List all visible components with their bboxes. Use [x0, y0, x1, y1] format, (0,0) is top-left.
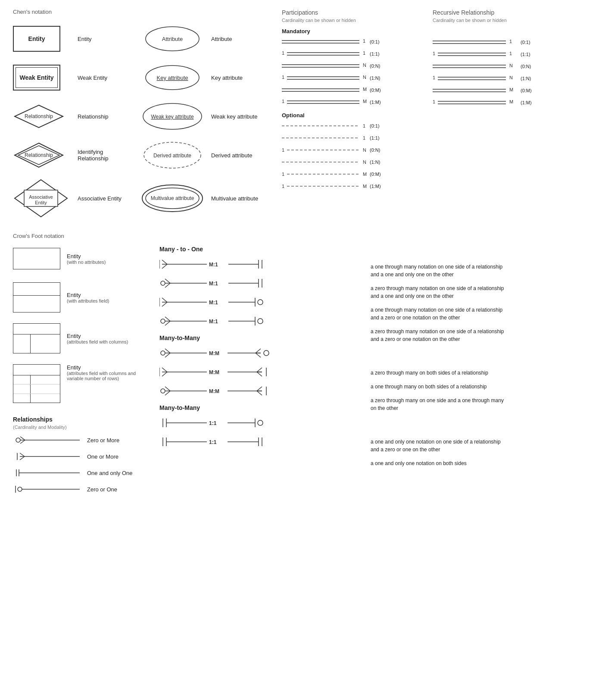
pr-01-mandatory-code: (0:1) — [370, 39, 380, 44]
svg-line-123 — [165, 321, 170, 325]
svg-point-77 — [16, 438, 20, 442]
rec-1M: 1 M (1:M) — [433, 97, 571, 108]
entity-rows-label: Entity (attributes field with columns an… — [67, 364, 136, 381]
svg-line-114 — [162, 302, 167, 306]
svg-text:1: 1 — [363, 50, 365, 56]
recursive-header: Recursive Relationship Cardinality can b… — [433, 9, 571, 24]
key-attribute-shape-item: Key attribute — [134, 60, 211, 95]
pr-1N-mandatory: 1 N (1:N) — [282, 72, 420, 84]
11-desc2: a one and only one notation on both side… — [371, 459, 592, 467]
relationship-diamond-svg: Relationship — [13, 103, 65, 129]
rec-11: 1 1 (1:1) — [433, 49, 571, 60]
mm-row3: M:M — [159, 384, 353, 397]
svg-line-94 — [162, 260, 167, 264]
svg-line-112 — [162, 298, 167, 302]
participations-section: Participations Cardinality can be shown … — [282, 9, 420, 224]
pr-1N-optional: N (1:N) — [282, 156, 420, 168]
svg-text:M: M — [509, 87, 513, 92]
svg-line-83 — [20, 453, 25, 456]
derived-attr-shape-item: Derived attribute — [134, 138, 211, 172]
pr-0N-optional-code: (0:N) — [370, 147, 380, 153]
zero-or-more-label: Zero or More — [87, 437, 119, 444]
rec-01-svg: 1 — [433, 38, 519, 47]
pr-11-optional-code: (1:1) — [370, 135, 380, 141]
many-to-one-header: Many - to - One — [159, 246, 353, 253]
attribute-shapes-col: Attribute Key attribute — [134, 22, 211, 224]
m1-desc1: a one through many notation on one side … — [371, 263, 592, 278]
rel-sym-header: Relationships — [13, 416, 142, 423]
rec-1M-svg: 1 M — [433, 98, 519, 107]
recursive-subtitle: Cardinality can be shown or hidden — [433, 17, 571, 24]
weak-entity-shape-item: Weak Entity — [13, 60, 78, 95]
derived-attr-svg: Derived attribute — [142, 141, 203, 170]
pr-0M-mandatory-code: (0:M) — [370, 88, 381, 93]
svg-text:Key attribute: Key attribute — [157, 75, 188, 81]
pr-11-mandatory: 1 1 (1:1) — [282, 48, 420, 59]
rec-0M-svg: M — [433, 86, 519, 95]
one-only-item: One and only One — [13, 468, 142, 478]
svg-text:1: 1 — [282, 75, 284, 80]
key-attribute-label: Key attribute — [211, 60, 271, 95]
entity-row-2 — [13, 384, 60, 394]
svg-text:1: 1 — [363, 123, 365, 128]
identifying-rel-svg: Relationship — [13, 141, 65, 169]
svg-text:M:M: M:M — [209, 350, 219, 356]
one-only-label: One and only One — [87, 470, 133, 476]
one-or-more-label: One or More — [87, 453, 119, 460]
attribute-shape-item: Attribute — [134, 22, 211, 56]
pr-1M-optional-svg: 1 M — [282, 181, 368, 191]
main-container: Chen's notation Entity Weak Entity — [0, 0, 605, 509]
11-row1: 1:1 — [159, 416, 353, 429]
svg-text:1: 1 — [282, 147, 284, 153]
svg-text:1: 1 — [282, 99, 284, 104]
svg-text:M: M — [509, 99, 513, 104]
svg-text:1: 1 — [433, 51, 435, 56]
rec-1N-svg: 1 N — [433, 74, 519, 83]
svg-line-105 — [165, 283, 170, 288]
entity-row-3 — [13, 394, 60, 403]
multivalue-attr-svg: Multivalue attribute — [140, 183, 205, 214]
mandatory-group: Mandatory 1 (0:1) 1 — [282, 28, 420, 108]
svg-line-141 — [162, 368, 167, 372]
crows-main: Entity (with no attributes) Entity (with… — [13, 246, 592, 500]
weak-key-attr-svg: Weak key attribute — [141, 102, 204, 131]
multivalue-attr-shape-item: Multivalue attribute — [134, 177, 211, 220]
pr-1N-mandatory-code: (1:N) — [370, 75, 380, 81]
svg-line-130 — [165, 349, 170, 353]
svg-line-80 — [20, 440, 25, 444]
participations-header: Participations Cardinality can be shown … — [282, 9, 420, 24]
svg-text:1: 1 — [509, 51, 512, 56]
weak-key-attr-shape-item: Weak key attribute — [134, 99, 211, 134]
entity-simple-name: Entity — [67, 253, 106, 259]
svg-line-160 — [257, 391, 262, 395]
entity-rows-name-row — [13, 365, 60, 375]
11-spacer — [371, 418, 592, 438]
entity-cols-name: Entity — [67, 333, 128, 339]
svg-line-136 — [256, 349, 261, 353]
svg-text:1: 1 — [433, 75, 435, 80]
pr-0N-mandatory-svg: N — [282, 61, 368, 71]
participations-title: Participations — [282, 9, 420, 17]
assoc-entity-svg: Associative Entity — [13, 178, 69, 219]
m1-row1-svg: M:1 — [159, 258, 271, 270]
zero-or-more-svg — [13, 435, 82, 445]
m1-desc3: a one through many notation on one side … — [371, 306, 592, 322]
entity-cols-label: Entity (attributes field with columns) — [67, 333, 128, 344]
svg-text:1:1: 1:1 — [209, 420, 217, 426]
mm-desc1: a zero through many on both sides of a r… — [371, 369, 592, 377]
11-desc1: a one and only one notation on one side … — [371, 438, 592, 453]
entity-attr-name-row — [13, 283, 60, 296]
11-row2: 1:1 — [159, 435, 353, 448]
svg-point-119 — [258, 300, 263, 305]
crows-section: Crow's Foot notation Entity (with no att… — [13, 233, 592, 500]
svg-line-132 — [165, 353, 170, 357]
m1-row1: M:1 — [159, 258, 353, 271]
svg-line-158 — [257, 387, 262, 391]
zero-or-one-item: Zero or One — [13, 484, 142, 494]
pr-0M-optional: 1 M (0:M) — [282, 169, 420, 180]
svg-point-139 — [264, 350, 269, 356]
mm-spacer — [371, 349, 592, 369]
right-side: Participations Cardinality can be shown … — [282, 9, 592, 224]
svg-text:Multivalue attribute: Multivalue attribute — [151, 195, 194, 201]
entity-cols-area — [13, 334, 60, 353]
